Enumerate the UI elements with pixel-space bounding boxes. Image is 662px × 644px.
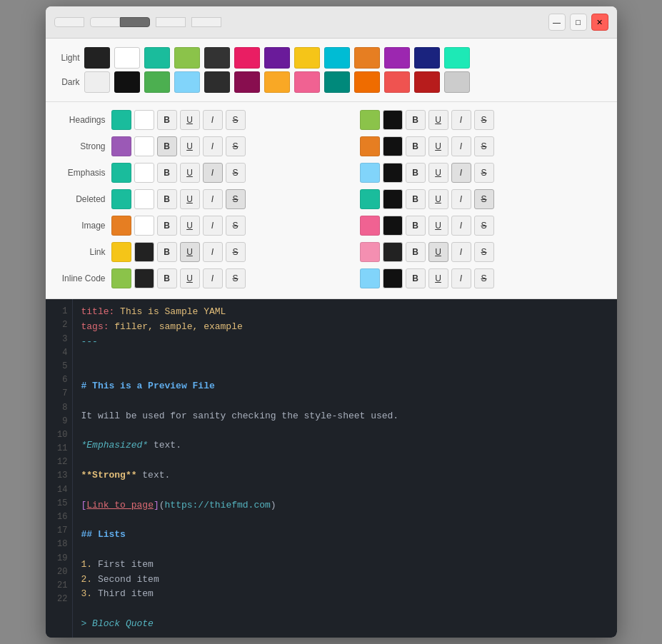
bold-btn[interactable]: B [157, 268, 177, 288]
dark-swatch-8[interactable] [324, 71, 350, 93]
bg-swatch[interactable] [111, 242, 131, 262]
bg-swatch[interactable] [111, 163, 131, 183]
light-swatch-0[interactable] [84, 47, 110, 69]
bold-btn[interactable]: B [406, 110, 426, 130]
underline-btn[interactable]: U [180, 136, 200, 156]
bold-btn[interactable]: B [157, 189, 177, 209]
strike-btn[interactable]: S [226, 216, 246, 236]
strike-btn[interactable]: S [226, 189, 246, 209]
underline-btn[interactable]: U [428, 189, 448, 209]
bold-btn[interactable]: B [157, 110, 177, 130]
bold-btn[interactable]: B [406, 216, 426, 236]
light-swatch-1[interactable] [114, 47, 140, 69]
strike-btn[interactable]: S [226, 136, 246, 156]
fg-swatch[interactable] [134, 216, 154, 236]
light-swatch-11[interactable] [414, 47, 440, 69]
italic-btn[interactable]: I [203, 242, 223, 262]
underline-btn[interactable]: U [428, 136, 448, 156]
bg-swatch[interactable] [360, 268, 380, 288]
fg-swatch[interactable] [383, 216, 403, 236]
dark-swatch-2[interactable] [144, 71, 170, 93]
italic-btn[interactable]: I [203, 268, 223, 288]
strike-btn[interactable]: S [474, 136, 494, 156]
dark-swatch-9[interactable] [354, 71, 380, 93]
dark-swatch-4[interactable] [204, 71, 230, 93]
italic-btn[interactable]: I [451, 216, 471, 236]
bold-btn[interactable]: B [406, 268, 426, 288]
close-button[interactable]: ✕ [591, 14, 608, 31]
italic-btn[interactable]: I [451, 136, 471, 156]
bg-swatch[interactable] [360, 163, 380, 183]
bg-swatch[interactable] [360, 189, 380, 209]
bg-swatch[interactable] [360, 242, 380, 262]
bg-swatch[interactable] [111, 216, 131, 236]
strike-btn[interactable]: S [226, 268, 246, 288]
dark-swatch-0[interactable] [84, 71, 110, 93]
fg-swatch[interactable] [134, 268, 154, 288]
underline-btn[interactable]: U [180, 216, 200, 236]
dark-swatch-11[interactable] [414, 71, 440, 93]
bold-btn[interactable]: B [157, 163, 177, 183]
light-swatch-5[interactable] [234, 47, 260, 69]
bold-btn[interactable]: B [406, 242, 426, 262]
italic-btn[interactable]: I [451, 163, 471, 183]
strike-btn[interactable]: S [474, 163, 494, 183]
underline-btn[interactable]: U [428, 110, 448, 130]
strike-btn[interactable]: S [474, 110, 494, 130]
light-swatch-3[interactable] [174, 47, 200, 69]
strike-btn[interactable]: S [474, 189, 494, 209]
bg-swatch[interactable] [111, 136, 131, 156]
light-swatch-2[interactable] [144, 47, 170, 69]
bg-swatch[interactable] [360, 216, 380, 236]
italic-btn[interactable]: I [203, 163, 223, 183]
underline-btn[interactable]: U [428, 163, 448, 183]
strike-btn[interactable]: S [474, 216, 494, 236]
open-button[interactable] [54, 17, 84, 27]
italic-btn[interactable]: I [203, 136, 223, 156]
fg-swatch[interactable] [383, 189, 403, 209]
dark-swatch-1[interactable] [114, 71, 140, 93]
underline-btn[interactable]: U [428, 216, 448, 236]
dark-swatch-5[interactable] [234, 71, 260, 93]
bold-btn[interactable]: B [157, 216, 177, 236]
underline-btn[interactable]: U [180, 268, 200, 288]
italic-btn[interactable]: I [203, 216, 223, 236]
light-swatch-10[interactable] [384, 47, 410, 69]
markdown-button[interactable] [191, 17, 221, 27]
bold-btn[interactable]: B [406, 136, 426, 156]
bold-btn[interactable]: B [157, 136, 177, 156]
italic-btn[interactable]: I [451, 268, 471, 288]
italic-btn[interactable]: I [203, 110, 223, 130]
fg-swatch[interactable] [383, 242, 403, 262]
underline-btn[interactable]: U [180, 189, 200, 209]
underline-btn[interactable]: U [180, 110, 200, 130]
underline-btn[interactable]: U [428, 242, 448, 262]
fg-swatch[interactable] [134, 189, 154, 209]
bg-swatch[interactable] [111, 110, 131, 130]
minimize-button[interactable]: — [548, 14, 566, 31]
dark-swatch-6[interactable] [264, 71, 290, 93]
bg-swatch[interactable] [360, 136, 380, 156]
dark-swatch-3[interactable] [174, 71, 200, 93]
strike-btn[interactable]: S [226, 163, 246, 183]
fg-swatch[interactable] [134, 242, 154, 262]
light-button[interactable] [90, 17, 120, 27]
fg-swatch[interactable] [383, 136, 403, 156]
italic-btn[interactable]: I [451, 242, 471, 262]
bold-btn[interactable]: B [157, 242, 177, 262]
strike-btn[interactable]: S [474, 242, 494, 262]
strike-btn[interactable]: S [226, 242, 246, 262]
light-swatch-4[interactable] [204, 47, 230, 69]
fg-swatch[interactable] [134, 136, 154, 156]
light-swatch-9[interactable] [354, 47, 380, 69]
fg-swatch[interactable] [383, 110, 403, 130]
bold-btn[interactable]: B [406, 163, 426, 183]
fg-swatch[interactable] [383, 268, 403, 288]
export-button[interactable] [156, 17, 186, 27]
italic-btn[interactable]: I [203, 189, 223, 209]
italic-btn[interactable]: I [451, 189, 471, 209]
fg-swatch[interactable] [383, 163, 403, 183]
strike-btn[interactable]: S [474, 268, 494, 288]
light-swatch-12[interactable] [444, 47, 470, 69]
underline-btn[interactable]: U [428, 268, 448, 288]
